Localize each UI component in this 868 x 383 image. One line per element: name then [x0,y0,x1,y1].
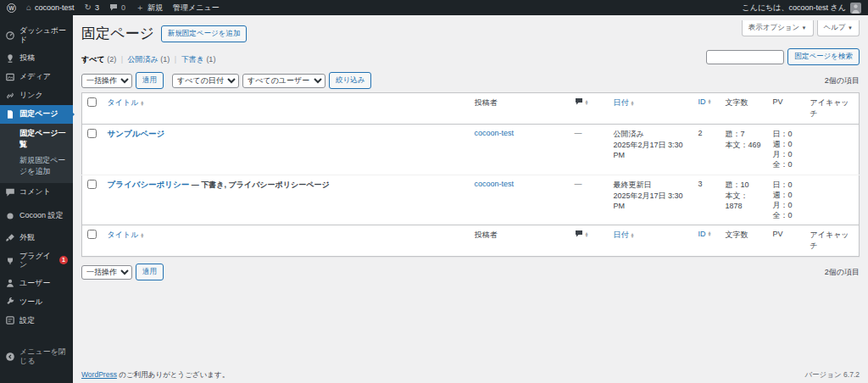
pushpin-icon [5,53,15,64]
sidebar-item-users[interactable]: ユーザー [0,274,73,292]
cocoon-icon [5,211,15,221]
eyecatch-cell [805,125,860,175]
screen-options-button[interactable]: 表示オプション ▼ [742,20,814,36]
wp-logo-menu[interactable]: W [7,3,16,13]
row-checkbox[interactable] [87,129,97,138]
select-all-checkbox[interactable] [87,97,97,107]
search-box: 固定ページを検索 [706,48,860,65]
sort-icon: ▲▼ [585,100,589,105]
chars-cell: 題：10 本文：1878 [721,175,768,225]
sidebar-item-dashboard[interactable]: ダッシュボード [0,22,73,49]
sidebar-item-label: コメント [19,187,51,197]
author-link[interactable]: cocoon-test [475,180,515,188]
search-pages-button[interactable]: 固定ページを検索 [787,48,860,65]
sidebar-item-settings[interactable]: 設定 [0,311,73,330]
filter-all-count: (2) [107,55,116,64]
chars-title: 題：7 [726,129,763,140]
updates-count: 3 [95,3,99,12]
bulk-action-select[interactable]: 一括操作 [81,74,132,88]
pv-header: PV [768,93,805,125]
collapse-menu-icon [5,352,15,362]
select-all-checkbox[interactable] [87,230,97,239]
pages-icon [5,109,15,119]
sidebar-item-label: メディア [19,72,51,81]
submenu-item-all-pages[interactable]: 固定ページ一覧 [0,125,73,153]
wordpress-logo-icon: W [7,3,16,13]
filter-draft-link[interactable]: 下書き [181,55,204,64]
new-content-menu[interactable]: ＋ 新規 [136,3,163,14]
table-header-row: タイトル▲▼ 投稿者 ▲▼ 日付▲▼ ID▲▼ 文字数 PV アイキャッチ [82,93,860,125]
sidebar-item-comments[interactable]: コメント [0,183,73,202]
update-icon: ↻ [85,3,92,12]
comments-icon [5,187,15,197]
plugins-update-badge: 1 [59,256,68,264]
admin-bar: W ⌂ cocoon-test ↻ 3 0 ＋ 新規 管理メニュー こんにちは、… [0,0,868,15]
wordpress-link[interactable]: WordPress [81,370,117,379]
sort-icon: ▲▼ [631,101,635,106]
table-row: サンプルページ cocoon-test — 公開済み 2025年2月17日 3:… [82,125,860,175]
sidebar-item-pages[interactable]: 固定ページ [0,105,73,124]
sort-title-header[interactable]: タイトル▲▼ [108,97,145,108]
items-count: 2個の項目 [825,75,860,86]
add-new-page-button[interactable]: 新規固定ページを追加 [161,25,248,42]
sidebar-item-label: リンク [19,91,43,100]
pages-table: タイトル▲▼ 投稿者 ▲▼ 日付▲▼ ID▲▼ 文字数 PV アイキャッチ サン… [81,92,860,257]
submenu-item-add-new-page[interactable]: 新規固定ページを追加 [0,153,73,180]
sort-title-header[interactable]: タイトル▲▼ [108,230,145,241]
bulk-action-select-bottom[interactable]: 一括操作 [81,265,132,280]
date-status: 最終更新日 [614,180,688,191]
row-checkbox[interactable] [87,180,97,189]
sort-date-header[interactable]: 日付▲▼ [614,230,635,241]
apply-button-bottom[interactable]: 適用 [136,264,164,280]
admin-menu-item[interactable]: 管理メニュー [173,3,220,14]
filter-button[interactable]: 絞り込み [329,72,371,89]
author-header: 投稿者 [470,93,570,125]
sidebar-item-media[interactable]: メディア [0,68,73,86]
sort-icon: ▲▼ [140,101,144,106]
chars-header: 文字数 [721,225,768,257]
filter-separator: | [175,55,176,64]
sort-id-header[interactable]: ID▲▼ [698,230,712,238]
sidebar-item-label: ツール [19,297,42,307]
date-filter-select[interactable]: すべての日付 [172,74,239,88]
sort-comments-header[interactable]: ▲▼ [575,97,589,107]
sidebar-item-links[interactable]: リンク [0,86,73,105]
sort-icon: ▲▼ [708,99,712,104]
chars-body: 本文：1878 [726,191,763,210]
chevron-down-icon: ▼ [802,25,807,31]
user-icon [5,278,15,288]
avatar[interactable] [850,3,861,14]
page-title-link[interactable]: プライバシーポリシー [108,180,190,189]
chars-cell: 題：7 本文：469 [721,125,768,175]
site-name-menu[interactable]: ⌂ cocoon-test [26,3,75,12]
pv-day: 日：0 [773,180,800,190]
sidebar-item-appearance[interactable]: 外観 [0,229,73,247]
sidebar-item-collapse-menu[interactable]: メニューを閉じる [0,343,73,370]
comments-menu[interactable]: 0 [109,3,125,13]
sort-id-header[interactable]: ID▲▼ [698,97,712,106]
id-value: 2 [693,125,721,175]
pv-total: 全：0 [773,210,800,220]
search-input[interactable] [706,50,784,64]
updates-menu[interactable]: ↻ 3 [85,3,99,12]
apply-button[interactable]: 適用 [136,72,164,89]
sort-date-header[interactable]: 日付▲▼ [614,97,635,108]
pv-header: PV [768,225,805,257]
page-title-link[interactable]: サンプルページ [108,129,165,138]
sidebar-item-tools[interactable]: ツール [0,292,73,311]
sort-icon: ▲▼ [585,232,589,237]
filter-published-link[interactable]: 公開済み [128,55,159,64]
comment-bubble-icon [575,97,583,107]
my-account-menu[interactable]: こんにちは、cocoon-test さん [742,3,846,14]
filter-all-link[interactable]: すべて [81,55,105,64]
sidebar-item-plugins[interactable]: プラグイン 1 [0,247,73,275]
sidebar-item-label: メニューを閉じる [19,347,68,366]
sort-comments-header[interactable]: ▲▼ [575,230,589,239]
author-link[interactable]: cocoon-test [475,129,515,137]
sidebar-item-posts[interactable]: 投稿 [0,49,73,68]
pv-month: 月：0 [773,200,800,210]
help-button[interactable]: ヘルプ ▼ [817,20,860,36]
tablenav-bottom: 一括操作 適用 2個の項目 [81,264,860,280]
user-filter-select[interactable]: すべてのユーザー [242,74,326,88]
sidebar-item-cocoon-settings[interactable]: Cocoon 設定 [0,207,73,225]
